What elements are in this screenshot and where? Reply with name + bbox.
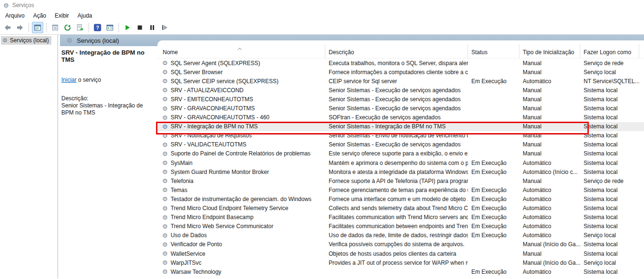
table-row[interactable]: ⚙ [157,276,644,279]
table-row[interactable]: ⚙Uso de DadosUso de dados da rede, limit… [157,231,644,240]
service-startup-type: Manual [519,69,580,76]
service-gear-icon: ⚙ [162,196,168,202]
service-gear-icon: ⚙ [162,106,168,112]
back-icon[interactable] [2,22,13,33]
service-name: Telefonia [171,178,194,184]
start-service-icon[interactable] [122,22,133,33]
service-name: SysMain [171,160,193,166]
table-row[interactable]: ⚙SysMainMantém e aprimora o desempenho d… [157,158,644,167]
service-rows: ⚙SQL Server Agent (SQLEXPRESS)Executa tr… [157,58,644,279]
show-window-icon[interactable] [32,22,43,33]
service-logon-as: Serviço de rede [580,178,639,184]
help-icon[interactable]: ? [92,22,103,33]
service-name-cell: ⚙Temas [157,187,325,193]
service-description: Fornece suporte à API de Telefonia (TAPI… [325,178,468,184]
start-service-link[interactable]: Iniciar [61,77,77,83]
service-gear-icon: ⚙ [162,151,168,157]
list-header: Nome Descrição Status Tipo de Inicializa… [157,44,644,58]
table-row[interactable]: ⚙SRV - EMITECONHEAUTOTMSSenior Sistemas … [157,95,644,104]
service-gear-icon: ⚙ [162,133,168,139]
service-name-cell: ⚙Uso de Dados [157,232,325,239]
service-status: Em Execução [468,232,519,239]
service-startup-type: Manual [519,178,580,184]
service-description: Fornece informações a computadores clien… [325,69,468,76]
table-row[interactable]: ⚙WarpJITSvcProvides a JIT out of process… [157,258,644,267]
table-row[interactable]: ⚙Warsaw TechnologyEm ExecuçãoAutomáticoS… [157,267,644,276]
menu-ajuda[interactable]: Ajuda [73,11,97,20]
service-gear-icon: ⚙ [162,214,168,221]
service-status: Em Execução [468,269,519,275]
menu-arquivo[interactable]: Arquivo [1,11,29,20]
service-logon-as: Sistema local [580,132,639,139]
table-row[interactable]: ⚙SQL Server CEIP service (SQLEXPRESS)CEI… [157,77,644,86]
pause-service-icon[interactable] [146,22,158,33]
column-header-fazer-logon-como[interactable]: Fazer Logon como [580,44,639,58]
service-startup-type: Manual [519,96,580,103]
description-label: Descrição: [61,95,155,102]
service-name-cell: ⚙SRV - Notificação de Requisitos [157,132,325,139]
service-description: Facilitates communication between endpoi… [325,223,468,230]
service-name-cell: ⚙Warsaw Technology [157,269,325,275]
table-row[interactable]: ⚙TelefoniaFornece suporte à API de Telef… [157,176,644,185]
service-logon-as: NT Service\SQLTEL... [580,78,639,85]
menu-acao[interactable]: Ação [29,11,50,20]
table-row[interactable]: ⚙Trend Micro Endpoint BasecampFacilitate… [157,213,644,222]
column-header-tipo-inicializacao[interactable]: Tipo de Inicialização [519,44,580,58]
description-text: Senior Sistemas - Integração de BPM no T… [61,102,155,116]
service-name-cell: ⚙SRV - GRAVACONHEAUTOTMS [157,105,325,112]
table-row[interactable]: ⚙System Guard Runtime Monitor BrokerMoni… [157,167,644,176]
table-row[interactable]: ⚙Trend Micro Cloud Endpoint Telemetry Se… [157,204,644,213]
properties-icon[interactable] [49,22,61,33]
service-startup-type: Automático [519,78,580,85]
tree-item-servicos-local[interactable]: ⚙ Serviços (local) [1,36,51,45]
service-name-cell: ⚙SRV - EMITECONHEAUTOTMS [157,96,325,103]
service-logon-as: Sistema local [580,114,639,121]
service-startup-type: Automático (Início c... [519,169,580,175]
service-name: SRV - GRAVACONHEAUTOTMS [171,105,255,112]
table-row[interactable]: ⚙SRV - VALIDACTEAUTOTMSSenior Sistemas -… [157,140,644,149]
table-row[interactable]: ⚙SRV - ATUALIZAVEICCONDSenior Sistemas -… [157,86,644,95]
table-row[interactable]: ⚙SRV - Integração de BPM no TMSSenior Si… [157,122,644,131]
service-name: SRV - Notificação de Requisitos [171,132,252,139]
forward-icon[interactable] [14,22,26,33]
service-description: Uso de dados da rede, limite de dados, r… [325,232,468,239]
refresh-icon[interactable] [62,22,73,33]
service-startup-type: Manual [519,250,580,257]
service-logon-as: Serviço de rede [580,60,639,67]
service-description: Senior Sistemas - Execução de serviços a… [325,96,468,103]
service-gear-icon: ⚙ [162,60,168,66]
service-detail-pane: SRV - Integração de BPM no TMS Iniciar o… [60,46,157,279]
table-row[interactable]: ⚙Suporte do Painel de Controle Relatório… [157,149,644,158]
svg-text:?: ? [96,25,99,30]
service-gear-icon: ⚙ [2,38,8,43]
service-name: Warsaw Technology [171,269,222,275]
service-gear-icon: ⚙ [162,278,168,279]
stop-service-icon[interactable] [134,22,146,33]
table-row[interactable]: ⚙SRV - Notificação de RequisitosSenior S… [157,131,644,140]
table-row[interactable]: ⚙SRV - GRAVACONHEAUTOTMSSenior Sistemas … [157,104,644,113]
column-header-status[interactable]: Status [468,44,519,58]
table-row[interactable]: ⚙SRV - GRAVACONHEAUTOTMS - 460SOFtran - … [157,113,644,122]
service-name-cell: ⚙Trend Micro Cloud Endpoint Telemetry Se… [157,205,325,212]
table-row[interactable]: ⚙Testador de instrumentação de gerenciam… [157,194,644,203]
table-row[interactable]: ⚙SQL Server Agent (SQLEXPRESS)Executa tr… [157,58,644,67]
export-list-icon[interactable] [74,22,86,33]
menu-exibir[interactable]: Exibir [50,11,73,20]
service-name: System Guard Runtime Monitor Broker [171,169,269,175]
service-startup-type: Manual [519,105,580,112]
table-row[interactable]: ⚙SQL Server BrowserFornece informações a… [157,67,644,77]
service-logon-as: Sistema local [580,187,639,193]
service-logon-as: Sistema local [580,241,639,248]
column-header-descricao[interactable]: Descrição [325,44,468,58]
show-console-tree-icon[interactable] [104,22,116,33]
table-row[interactable]: ⚙WalletServiceObjetos de hosts usados pe… [157,249,644,258]
restart-service-icon[interactable] [159,22,170,33]
window-titlebar: ⚙ Serviços [0,0,644,10]
table-row[interactable]: ⚙Trend Micro Web Service CommunicatorFac… [157,222,644,231]
start-service-line: Iniciar o serviço [61,77,155,84]
service-gear-icon: ⚙ [162,169,168,175]
table-row[interactable]: ⚙Verificador de PontoVerifica possíveis … [157,240,644,249]
table-row[interactable]: ⚙TemasFornece gerenciamento de temas par… [157,185,644,194]
service-logon-as: Serviço local [580,69,639,76]
service-name: SQL Server Agent (SQLEXPRESS) [171,60,260,67]
